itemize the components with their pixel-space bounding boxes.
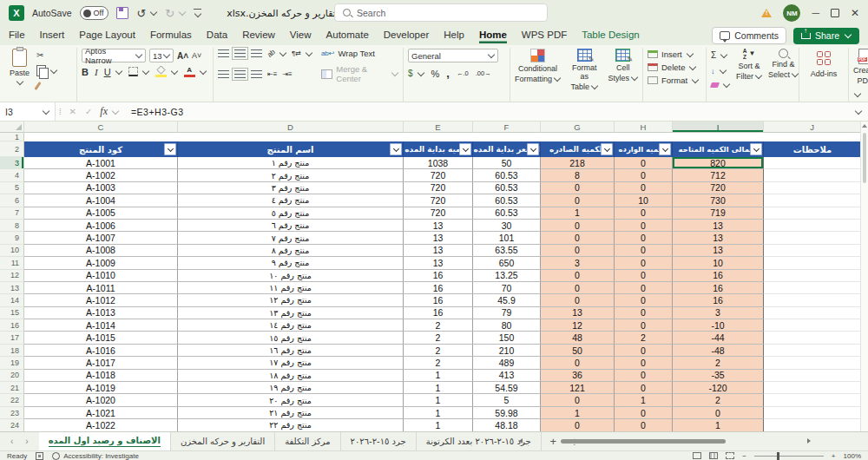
- row-number[interactable]: 24: [0, 419, 24, 431]
- cell-qty-total[interactable]: -44: [673, 332, 764, 344]
- cell-notes[interactable]: [764, 169, 861, 181]
- cell-product-name[interactable]: منتج رقم ٢٢: [178, 419, 404, 431]
- cell-qty-total[interactable]: 13: [673, 220, 764, 232]
- header-product-name[interactable]: اسم المنتج: [178, 141, 404, 157]
- merge-center-button[interactable]: Merge & Center: [321, 64, 398, 83]
- cell-qty-start[interactable]: 1: [404, 394, 473, 406]
- cell-qty-in[interactable]: 0: [615, 157, 673, 169]
- header-notes[interactable]: ملاحظات: [764, 141, 861, 157]
- cell-qty-start[interactable]: 13: [404, 257, 473, 269]
- cell-notes[interactable]: [764, 357, 861, 369]
- tab-data[interactable]: Data: [207, 28, 227, 43]
- minimize-button[interactable]: ─: [812, 8, 819, 18]
- bold-button[interactable]: B: [82, 67, 89, 77]
- cell-product-name[interactable]: منتج رقم ٢: [178, 169, 404, 181]
- filter-icon[interactable]: [459, 143, 471, 155]
- cancel-formula-icon[interactable]: ✕: [65, 107, 81, 116]
- tab-table-design[interactable]: Table Design: [582, 28, 639, 43]
- cell-product-code[interactable]: A-1015: [24, 332, 178, 344]
- tab-formulas[interactable]: Formulas: [150, 28, 192, 43]
- find-select-button[interactable]: Find & Select: [768, 49, 799, 79]
- cell-product-name[interactable]: منتج رقم ٦: [178, 220, 404, 232]
- cell-qty-start[interactable]: 720: [404, 182, 473, 194]
- column-header-j[interactable]: J: [764, 122, 861, 133]
- cell-product-name[interactable]: منتج رقم ٧: [178, 232, 404, 244]
- filter-icon[interactable]: [527, 143, 539, 155]
- insert-cells-button[interactable]: Insert: [648, 49, 701, 59]
- cell-price-start[interactable]: 63.55: [473, 245, 541, 257]
- save-icon[interactable]: [116, 7, 128, 19]
- cell-qty-start[interactable]: 1: [404, 370, 473, 382]
- comma-style-button[interactable]: ,: [446, 67, 450, 80]
- cell-qty-start[interactable]: 1: [404, 419, 473, 431]
- cell-notes[interactable]: [764, 194, 861, 207]
- cell-product-name[interactable]: منتج رقم ١٧: [178, 357, 404, 369]
- cell-product-code[interactable]: A-1010: [24, 270, 178, 282]
- cell-qty-start[interactable]: 720: [404, 207, 473, 220]
- cell-qty-start[interactable]: 13: [404, 220, 473, 232]
- header-qty-out[interactable]: الكميه الصادره: [541, 141, 615, 157]
- cell-qty-start[interactable]: 2: [404, 357, 473, 369]
- cell-qty-out[interactable]: 50: [541, 345, 615, 357]
- vertical-scroll-thumb[interactable]: [863, 133, 866, 183]
- cell-product-code[interactable]: A-1004: [24, 194, 178, 207]
- decrease-indent-icon[interactable]: ⇤≡: [267, 70, 277, 78]
- cell-qty-start[interactable]: 16: [404, 307, 473, 319]
- cell-price-start[interactable]: 60.53: [473, 194, 541, 207]
- enter-formula-icon[interactable]: ✓: [81, 107, 96, 116]
- tab-review[interactable]: Review: [242, 28, 275, 43]
- cell-qty-in[interactable]: 0: [615, 382, 673, 394]
- cell-notes[interactable]: [764, 257, 861, 269]
- cell-price-start[interactable]: 48.18: [473, 419, 541, 431]
- autosum-button[interactable]: Σ: [711, 50, 730, 60]
- align-right-icon[interactable]: [251, 70, 262, 78]
- cell-qty-start[interactable]: 1: [404, 407, 473, 419]
- increase-decimal-button[interactable]: ←.0: [457, 69, 469, 77]
- addins-button[interactable]: Add-ins: [804, 49, 844, 78]
- expand-formula-bar-icon[interactable]: [855, 107, 862, 114]
- row-number[interactable]: 16: [0, 319, 24, 332]
- cell-product-code[interactable]: A-1011: [24, 282, 178, 294]
- filter-icon[interactable]: [750, 143, 762, 155]
- formula-bar-handle[interactable]: ⁞: [56, 108, 65, 116]
- cell-notes[interactable]: [764, 345, 861, 357]
- header-qty-total[interactable]: اجمالى الكميه المتاحه: [673, 141, 764, 157]
- borders-button[interactable]: [128, 67, 149, 76]
- cell-product-code[interactable]: A-1013: [24, 307, 178, 319]
- cell-qty-total[interactable]: -48: [673, 345, 764, 357]
- row-number[interactable]: 12: [0, 270, 24, 282]
- cell-product-name[interactable]: منتج رقم ٨: [178, 245, 404, 257]
- decrease-decimal-button[interactable]: .00→: [476, 69, 491, 77]
- row-number[interactable]: 19: [0, 357, 24, 369]
- cell-notes[interactable]: [764, 332, 861, 344]
- tab-help[interactable]: Help: [444, 28, 464, 43]
- cell-product-code[interactable]: A-1009: [24, 257, 178, 269]
- cell-price-start[interactable]: 60.53: [473, 169, 541, 181]
- horizontal-scroll-thumb[interactable]: [561, 439, 726, 444]
- cell-price-start[interactable]: 50: [473, 157, 541, 169]
- cell-qty-total[interactable]: -35: [673, 370, 764, 382]
- cell-qty-total[interactable]: 730: [673, 194, 764, 207]
- cell-qty-total[interactable]: 16: [673, 270, 764, 282]
- cell-qty-total[interactable]: 720: [673, 182, 764, 194]
- row-number[interactable]: 4: [0, 169, 24, 181]
- header-qty-in[interactable]: الكميه الوارده: [615, 141, 673, 157]
- cell-product-name[interactable]: منتج رقم ١٣: [178, 307, 404, 319]
- tab-insert[interactable]: Insert: [40, 28, 65, 43]
- cell-product-name[interactable]: منتج رقم ١٢: [178, 294, 404, 306]
- comments-button[interactable]: Comments: [712, 27, 786, 44]
- cell-qty-total[interactable]: 719: [673, 207, 764, 220]
- empty-cells[interactable]: [24, 133, 861, 141]
- cell-price-start[interactable]: 30: [473, 220, 541, 232]
- cell-qty-total[interactable]: 3: [673, 307, 764, 319]
- cell-qty-in[interactable]: 2: [615, 332, 673, 344]
- row-number[interactable]: 7: [0, 207, 24, 220]
- sheet-tab[interactable]: جرد ١٥-٢-٢٠٢٦: [341, 432, 417, 450]
- cell-qty-out[interactable]: 218: [541, 157, 615, 169]
- horizontal-scrollbar[interactable]: [519, 437, 811, 445]
- paste-button[interactable]: Paste: [10, 49, 30, 86]
- cell-notes[interactable]: [764, 232, 861, 244]
- filter-icon[interactable]: [390, 143, 402, 155]
- column-header-h[interactable]: H: [615, 122, 673, 133]
- cell-qty-start[interactable]: 1038: [404, 157, 473, 169]
